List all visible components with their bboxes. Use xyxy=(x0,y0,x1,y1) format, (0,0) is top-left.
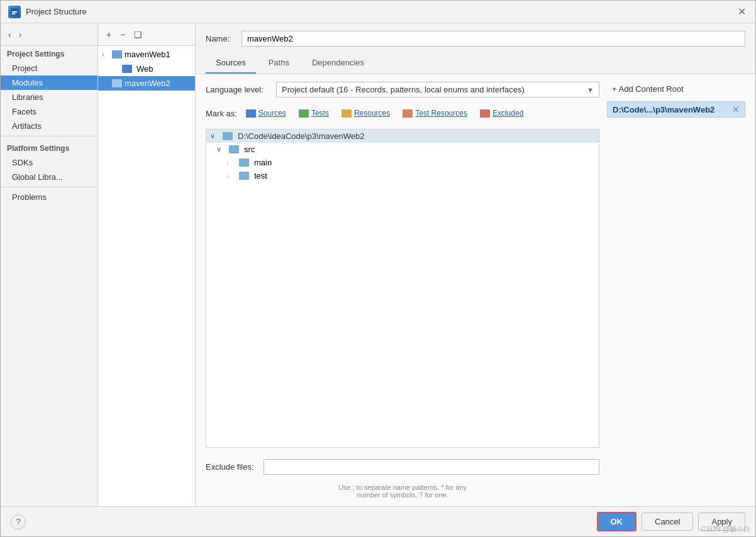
name-label: Name: xyxy=(206,34,234,43)
dialog-title: Project Structure xyxy=(26,7,87,16)
add-module-button[interactable]: + xyxy=(103,28,114,41)
remove-module-button[interactable]: − xyxy=(117,28,128,41)
folder-icon xyxy=(112,50,122,58)
title-bar: Project Structure ✕ xyxy=(1,1,755,23)
language-level-label: Language level: xyxy=(206,85,269,94)
folder-icon-selected xyxy=(112,79,122,87)
close-button[interactable]: ✕ xyxy=(735,6,748,18)
sidebar-item-sdks[interactable]: SDKs xyxy=(1,155,97,170)
test-resources-folder-icon xyxy=(403,109,413,118)
expand-test-chevron: › xyxy=(226,172,234,180)
ok-button[interactable]: OK xyxy=(597,512,637,531)
watermark: CSDN @极小白 xyxy=(701,524,750,534)
project-settings-header: Project Settings xyxy=(1,46,97,61)
mark-excluded-button[interactable]: Excluded xyxy=(476,108,527,119)
module-toolbar: + − ❑ xyxy=(98,23,195,46)
project-structure-dialog: Project Structure ✕ ‹ › Project Settings… xyxy=(0,0,756,537)
file-tree-section: ∨ D:\Code\ideaCode\p3\mavenWeb2 ∨ src xyxy=(206,129,599,448)
chevron-icon: › xyxy=(102,51,109,58)
name-input[interactable] xyxy=(242,31,745,47)
test-folder-icon xyxy=(239,172,249,180)
mark-tests-button[interactable]: Tests xyxy=(295,108,333,119)
exclude-files-input[interactable] xyxy=(264,459,599,475)
root-folder-icon xyxy=(223,132,233,140)
app-icon xyxy=(8,6,21,18)
add-content-root-button[interactable]: + Add Content Root xyxy=(607,82,745,96)
content-roots-section: + Add Content Root D:\Code\...\p3\mavenW… xyxy=(607,82,745,499)
content-root-remove-button[interactable]: ✕ xyxy=(732,104,740,114)
tree-item-mavenweb1[interactable]: › mavenWeb1 xyxy=(98,47,195,62)
src-folder-icon xyxy=(229,145,239,153)
web-icon xyxy=(122,65,132,73)
tree-node-main[interactable]: › main xyxy=(206,156,599,169)
tests-folder-icon xyxy=(299,109,309,118)
expand-src-chevron: ∨ xyxy=(216,145,224,153)
resources-folder-icon xyxy=(342,109,352,118)
tree-node-test[interactable]: › test xyxy=(206,169,599,182)
back-button[interactable]: ‹ xyxy=(6,28,14,41)
excluded-folder-icon xyxy=(480,109,490,118)
help-button[interactable]: ? xyxy=(11,514,26,529)
dropdown-chevron-icon: ▼ xyxy=(587,86,594,94)
svg-rect-2 xyxy=(12,13,15,14)
sidebar-divider2 xyxy=(1,187,97,187)
sidebar-item-libraries[interactable]: Libraries xyxy=(1,90,97,104)
mark-sources-button[interactable]: Sources xyxy=(242,108,290,119)
sidebar-item-problems[interactable]: Problems xyxy=(1,190,97,204)
sidebar-item-project[interactable]: Project xyxy=(1,61,97,75)
sidebar-item-modules[interactable]: Modules xyxy=(1,75,97,90)
language-level-row: Language level: Project default (16 - Re… xyxy=(206,82,599,97)
forward-button[interactable]: › xyxy=(16,28,25,41)
sidebar: ‹ › Project Settings Project Modules Lib… xyxy=(1,23,98,506)
bottom-bar: ? OK Cancel Apply xyxy=(1,506,755,536)
module-tree: › mavenWeb1 Web mavenWeb2 xyxy=(98,46,195,506)
sidebar-item-global-libraries[interactable]: Global Libra... xyxy=(1,170,97,184)
svg-rect-1 xyxy=(12,11,17,13)
tabs-row: Sources Paths Dependencies xyxy=(206,53,745,74)
expand-main-chevron: › xyxy=(226,159,234,167)
tab-dependencies[interactable]: Dependencies xyxy=(302,53,374,74)
main-folder-icon xyxy=(239,158,249,167)
tree-item-mavenweb2[interactable]: mavenWeb2 xyxy=(98,76,195,91)
title-bar-left: Project Structure xyxy=(8,6,87,18)
mark-test-resources-button[interactable]: Test Resources xyxy=(399,108,471,119)
main-content: ‹ › Project Settings Project Modules Lib… xyxy=(1,23,755,506)
mark-resources-button[interactable]: Resources xyxy=(338,108,394,119)
name-row: Name: xyxy=(206,31,745,47)
exclude-files-label: Exclude files: xyxy=(206,462,256,472)
tree-item-web[interactable]: Web xyxy=(98,62,195,76)
platform-settings-header: Platform Settings xyxy=(1,139,97,155)
mark-as-row: Mark as: Sources Tests Resources xyxy=(206,108,599,119)
tree-node-src[interactable]: ∨ src xyxy=(206,143,599,156)
tree-node-root[interactable]: ∨ D:\Code\ideaCode\p3\mavenWeb2 xyxy=(206,130,599,143)
sidebar-nav: ‹ › xyxy=(1,23,97,46)
language-level-select[interactable]: Project default (16 - Records, patterns,… xyxy=(276,82,599,97)
right-top: Name: Sources Paths Dependencies xyxy=(196,23,755,74)
sidebar-item-facets[interactable]: Facets xyxy=(1,104,97,119)
sidebar-item-artifacts[interactable]: Artifacts xyxy=(1,119,97,133)
right-panel: Name: Sources Paths Dependencies xyxy=(196,23,755,506)
cancel-button[interactable]: Cancel xyxy=(642,512,693,531)
content-root-item: D:\Code\...\p3\mavenWeb2 ✕ xyxy=(607,101,745,118)
copy-module-button[interactable]: ❑ xyxy=(131,28,145,41)
left-tab-section: Language level: Project default (16 - Re… xyxy=(206,82,599,499)
expand-root-chevron: ∨ xyxy=(210,132,218,140)
mark-as-label: Mark as: xyxy=(206,109,237,118)
exclude-files-row: Exclude files: xyxy=(206,459,599,475)
sources-folder-icon xyxy=(246,109,256,118)
tab-content: Language level: Project default (16 - Re… xyxy=(196,74,755,506)
tab-paths[interactable]: Paths xyxy=(258,53,299,74)
module-panel: + − ❑ › mavenWeb1 Web xyxy=(98,23,196,506)
tab-sources[interactable]: Sources xyxy=(206,53,256,74)
exclude-hint: Use ; to separate name patterns, * for a… xyxy=(206,481,599,499)
sidebar-divider xyxy=(1,136,97,136)
